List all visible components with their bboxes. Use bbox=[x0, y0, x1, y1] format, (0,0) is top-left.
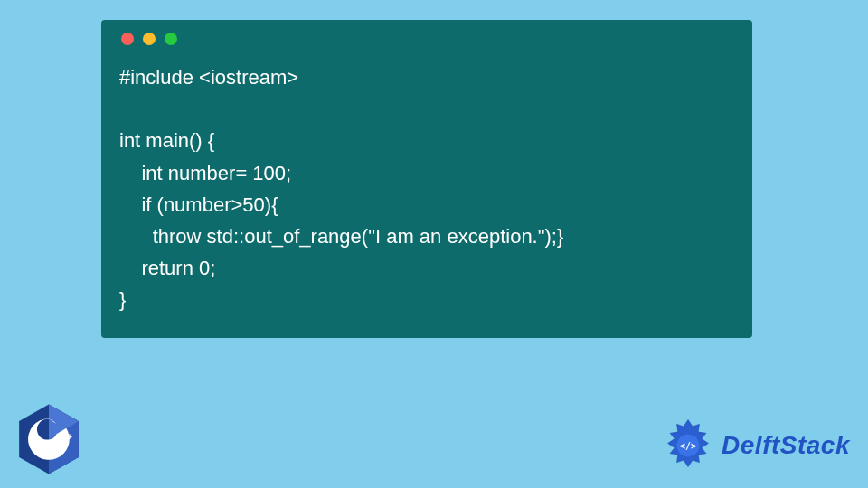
delftstack-logo: </> DelftStack bbox=[660, 418, 850, 474]
svg-text:+: + bbox=[67, 432, 72, 442]
window-titlebar bbox=[121, 33, 734, 45]
code-window: #include <iostream> int main() { int num… bbox=[101, 20, 752, 338]
code-block: #include <iostream> int main() { int num… bbox=[119, 61, 734, 316]
minimize-icon bbox=[143, 33, 156, 45]
delftstack-label: DelftStack bbox=[722, 431, 850, 460]
maximize-icon bbox=[165, 33, 177, 45]
cpp-logo-icon: + + bbox=[16, 403, 81, 475]
svg-text:+: + bbox=[59, 432, 64, 442]
delftstack-emblem-icon: </> bbox=[660, 418, 716, 474]
close-icon bbox=[121, 33, 134, 45]
svg-text:</>: </> bbox=[680, 441, 696, 451]
